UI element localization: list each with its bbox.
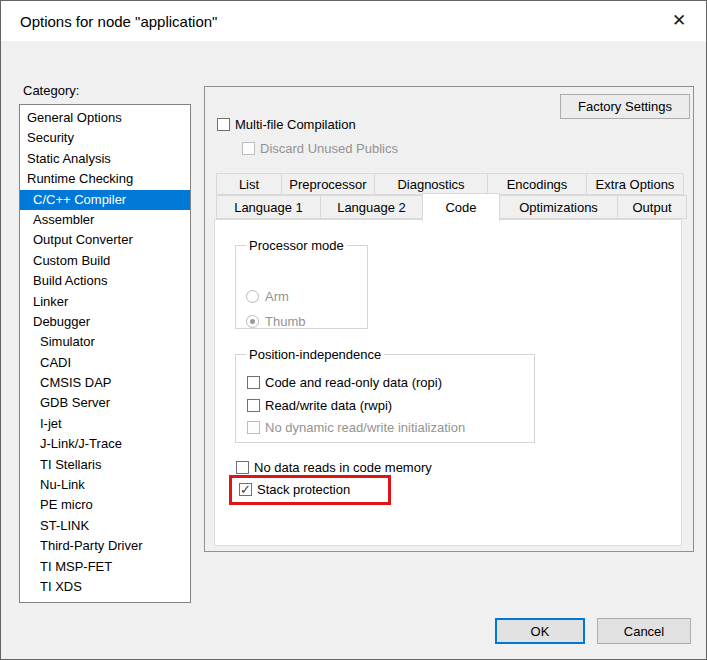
- radio-label: Thumb: [265, 314, 305, 329]
- category-list-item[interactable]: Third-Party Driver: [20, 536, 190, 556]
- checkbox-icon: [242, 142, 255, 155]
- factory-settings-button[interactable]: Factory Settings: [560, 94, 690, 119]
- tab[interactable]: Optimizations: [499, 195, 618, 219]
- checkbox-icon[interactable]: [217, 118, 230, 131]
- processor-mode-group: Processor mode Arm Thumb: [235, 245, 368, 329]
- position-independence-group-label: Position-independence: [246, 347, 384, 362]
- position-independence-checkbox[interactable]: No dynamic read/write initialization: [247, 419, 465, 435]
- ok-button[interactable]: OK: [495, 618, 585, 644]
- close-icon[interactable]: ✕: [660, 3, 698, 37]
- category-list-item[interactable]: CADI: [20, 353, 190, 373]
- no-data-reads-checkbox[interactable]: No data reads in code memory: [236, 459, 432, 475]
- category-list-item[interactable]: Assembler: [20, 210, 190, 230]
- category-list-item[interactable]: CMSIS DAP: [20, 373, 190, 393]
- options-dialog: Options for node "application" ✕ Categor…: [0, 0, 707, 660]
- checkbox-label: Code and read-only data (ropi): [265, 375, 442, 390]
- multi-file-compilation-checkbox[interactable]: Multi-file Compilation: [217, 116, 356, 132]
- processor-mode-group-label: Processor mode: [246, 238, 347, 253]
- category-list-item[interactable]: Simulator: [20, 332, 190, 352]
- dialog-title: Options for node "application": [1, 13, 217, 30]
- processor-mode-radio: Arm: [246, 288, 289, 304]
- tab[interactable]: Code: [422, 193, 500, 221]
- checkbox-label: Read/write data (rwpi): [265, 398, 392, 413]
- category-list-item[interactable]: ST-LINK: [20, 516, 190, 536]
- cancel-button[interactable]: Cancel: [597, 618, 691, 644]
- checkbox-icon[interactable]: [247, 421, 260, 434]
- checkbox-label: No dynamic read/write initialization: [265, 420, 465, 435]
- category-list-item[interactable]: Build Actions: [20, 271, 190, 291]
- processor-mode-radio: Thumb: [246, 313, 305, 329]
- tab[interactable]: Extra Options: [586, 173, 684, 195]
- category-list-item[interactable]: C/C++ Compiler: [20, 190, 190, 210]
- code-tab-page: Processor mode Arm Thumb Position-indepe…: [214, 219, 682, 546]
- tab-row-1: ListPreprocessorDiagnosticsEncodingsExtr…: [216, 173, 684, 195]
- category-listbox[interactable]: General OptionsSecurityStatic AnalysisRu…: [19, 104, 191, 603]
- category-list-item[interactable]: Nu-Link: [20, 475, 190, 495]
- category-list-item[interactable]: I-jet: [20, 414, 190, 434]
- position-independence-checkbox[interactable]: Code and read-only data (ropi): [247, 374, 442, 390]
- category-list-item[interactable]: PE micro: [20, 495, 190, 515]
- category-list-item[interactable]: Security: [20, 128, 190, 148]
- category-list-item[interactable]: Runtime Checking: [20, 169, 190, 189]
- category-list-item[interactable]: J-Link/J-Trace: [20, 434, 190, 454]
- tab[interactable]: Diagnostics: [374, 173, 488, 195]
- stack-protection-label: Stack protection: [257, 482, 350, 497]
- checkbox-icon[interactable]: [239, 483, 252, 496]
- radio-icon: [246, 315, 259, 328]
- position-independence-group: Position-independence Code and read-only…: [235, 354, 535, 443]
- radio-icon: [246, 290, 259, 303]
- tab[interactable]: Language 2: [320, 195, 423, 219]
- category-list-item[interactable]: TI XDS: [20, 577, 190, 597]
- category-list-item[interactable]: Linker: [20, 292, 190, 312]
- factory-settings-label: Factory Settings: [578, 99, 672, 114]
- category-label: Category:: [23, 83, 79, 98]
- checkbox-icon[interactable]: [247, 399, 260, 412]
- no-data-reads-label: No data reads in code memory: [254, 460, 432, 475]
- stack-protection-checkbox[interactable]: Stack protection: [239, 481, 350, 497]
- checkbox-icon[interactable]: [247, 376, 260, 389]
- discard-unused-publics-label: Discard Unused Publics: [260, 141, 398, 156]
- tab[interactable]: Output: [617, 195, 687, 219]
- tab-row-2: Language 1Language 2CodeOptimizationsOut…: [216, 195, 687, 219]
- ok-button-label: OK: [531, 624, 550, 639]
- position-independence-checkbox[interactable]: Read/write data (rwpi): [247, 397, 392, 413]
- category-list-item[interactable]: Output Converter: [20, 230, 190, 250]
- category-list-item[interactable]: Static Analysis: [20, 149, 190, 169]
- tab[interactable]: List: [216, 173, 282, 195]
- category-list-item[interactable]: TI MSP-FET: [20, 557, 190, 577]
- category-list-item[interactable]: Debugger: [20, 312, 190, 332]
- discard-unused-publics-checkbox: Discard Unused Publics: [242, 140, 398, 156]
- cancel-button-label: Cancel: [624, 624, 664, 639]
- category-list-item[interactable]: Custom Build: [20, 251, 190, 271]
- tab[interactable]: Language 1: [216, 195, 321, 219]
- title-bar: Options for node "application" ✕: [1, 1, 706, 41]
- multi-file-compilation-label: Multi-file Compilation: [235, 117, 356, 132]
- tab[interactable]: Encodings: [487, 173, 587, 195]
- tab[interactable]: Preprocessor: [281, 173, 375, 195]
- category-list-item[interactable]: GDB Server: [20, 393, 190, 413]
- category-list-item[interactable]: TI Stellaris: [20, 455, 190, 475]
- checkbox-icon[interactable]: [236, 461, 249, 474]
- radio-label: Arm: [265, 289, 289, 304]
- category-list-item[interactable]: General Options: [20, 108, 190, 128]
